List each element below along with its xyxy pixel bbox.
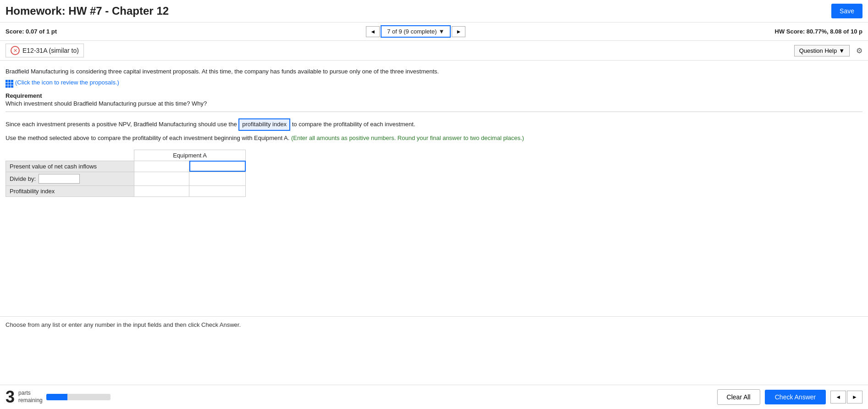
divider-line	[6, 112, 862, 112]
pi-value-input[interactable]	[190, 186, 245, 196]
table-empty-header	[6, 150, 134, 161]
table-equipment-a-header: Equipment A	[134, 150, 246, 161]
bottom-hint-text: Choose from any list or enter any number…	[6, 321, 241, 328]
score-label: Score:	[6, 28, 24, 35]
question-help-button[interactable]: Question Help ▼	[794, 45, 850, 56]
pi-value-input-cell[interactable]	[189, 185, 246, 196]
score-bar: Score: 0.07 of 1 pt ◄ 7 of 9 (9 complete…	[0, 22, 868, 41]
score-display: Score: 0.07 of 1 pt	[6, 28, 57, 35]
method-sentence-green: (Enter all amounts as positive numbers. …	[291, 134, 524, 141]
divide-empty-cell	[134, 172, 189, 185]
answer-text: Since each investment presents a positiv…	[6, 118, 862, 131]
bottom-hint: Choose from any list or enter any number…	[0, 316, 868, 333]
calculation-table: Equipment A Present value of net cash in…	[6, 150, 246, 197]
question-id-badge: E12-31A (similar to)	[6, 44, 84, 57]
answer-sentence1-part2: to compare the profitability of each inv…	[292, 121, 415, 128]
spacer	[6, 197, 862, 316]
help-dropdown-arrow-icon: ▼	[839, 47, 845, 54]
next-page-button[interactable]: ►	[452, 26, 465, 37]
pi-empty-cell	[134, 185, 189, 196]
profitability-index-highlight: profitability index	[238, 118, 290, 131]
hw-score-label: HW Score:	[775, 28, 805, 35]
answer-sentence1-part1: Since each investment presents a positiv…	[6, 121, 237, 128]
proposals-link[interactable]: (Click the icon to review the proposals.…	[6, 77, 862, 88]
method-sentence-part1: Use the method selected above to compare…	[6, 134, 289, 141]
hw-score-value: 80.77%, 8.08 of 10 p	[807, 28, 862, 35]
divide-value-input[interactable]	[190, 174, 245, 184]
divide-by-text: Divide by:	[10, 175, 36, 182]
pv-value-input-cell[interactable]	[189, 161, 246, 172]
page-indicator[interactable]: 7 of 9 (9 complete) ▼	[381, 25, 451, 38]
score-value: 0.07 of 1 pt	[26, 28, 57, 35]
divide-by-input[interactable]	[39, 174, 80, 184]
grid-icon	[6, 77, 13, 88]
page-title: Homework: HW #7 - Chapter 12	[6, 5, 169, 17]
pi-label: Profitability index	[6, 185, 134, 196]
question-id-text: E12-31A (similar to)	[22, 47, 79, 54]
requirement-label: Requirement	[6, 92, 862, 99]
dropdown-arrow-icon: ▼	[439, 28, 445, 35]
settings-icon[interactable]: ⚙	[856, 46, 862, 55]
method-text: Use the method selected above to compare…	[6, 134, 862, 143]
click-link-text: (Click the icon to review the proposals.…	[15, 79, 119, 86]
pv-divide-input-cell	[134, 161, 189, 172]
pv-value-input[interactable]	[190, 162, 245, 171]
problem-description: Bradfield Manufacturing is considering t…	[6, 68, 862, 75]
top-header: Homework: HW #7 - Chapter 12 Save	[0, 0, 868, 22]
main-content: Bradfield Manufacturing is considering t…	[0, 61, 868, 316]
page-navigation: ◄ 7 of 9 (9 complete) ▼ ►	[366, 25, 465, 38]
question-header: E12-31A (similar to) Question Help ▼ ⚙	[0, 41, 868, 61]
save-button[interactable]: Save	[831, 4, 862, 18]
question-help-label: Question Help	[799, 47, 837, 54]
hw-score-display: HW Score: 80.77%, 8.08 of 10 p	[775, 28, 862, 35]
divide-value-input-cell[interactable]	[189, 172, 246, 185]
requirement-question: Which investment should Bradfield Manufa…	[6, 100, 862, 107]
table-row: Present value of net cash inflows	[6, 161, 246, 172]
question-badge-icon	[11, 46, 20, 55]
table-row: Divide by:	[6, 172, 246, 185]
pv-label: Present value of net cash inflows	[6, 161, 134, 172]
prev-page-button[interactable]: ◄	[366, 26, 380, 37]
table-row: Profitability index	[6, 185, 246, 196]
page-indicator-text: 7 of 9 (9 complete)	[387, 28, 437, 35]
divide-label: Divide by:	[6, 172, 134, 185]
